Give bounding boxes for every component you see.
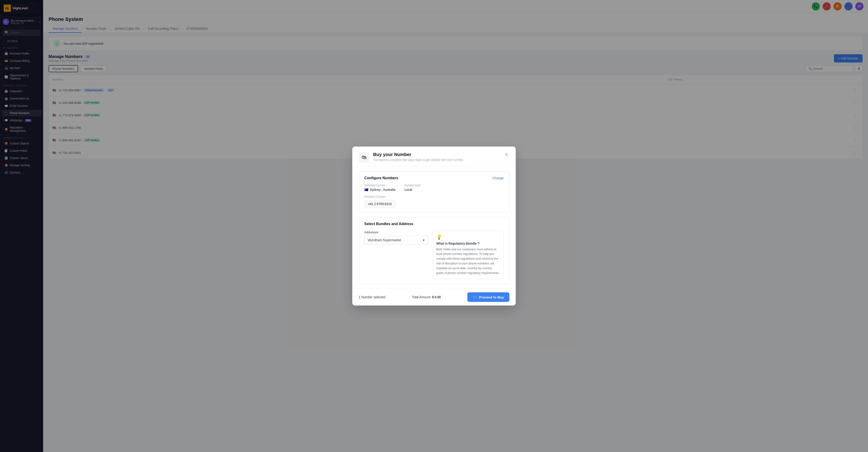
address-dropdown[interactable]: Wyndham Supermarket ▾ [364,236,428,244]
country-field: Selected Country 🇦🇺 Sydney , Australia [364,184,395,191]
address-section: Addresses Wyndham Supermarket ▾ [364,231,428,279]
buy-number-modal: 🛍 Buy your Number You need to complete f… [352,147,516,306]
number-type-field: Number Type Local [404,184,421,191]
modal-subtitle: You need to complete few easy steps to g… [373,158,500,161]
modal-footer: 1 Number selected Total Amount: $ 6.00 🛒… [352,289,516,305]
change-button[interactable]: Change [493,176,504,180]
modal-close-button[interactable]: ✕ [504,152,509,157]
bundle-address-card: Select Bundles and Address Addresses Wyn… [359,217,509,284]
regulatory-bundle-info: 💡 What is Regulatory Bundle ? Both Twili… [432,231,504,279]
modal-icon: 🛍 [359,152,370,163]
lightbulb-icon: 💡 [436,234,500,240]
config-card-title: Configure Numbers [364,176,398,180]
configure-numbers-card: Configure Numbers Change Selected Countr… [359,171,509,213]
modal-body: Configure Numbers Change Selected Countr… [352,167,516,289]
modal-title: Buy your Number [373,152,500,157]
proceed-to-buy-button[interactable]: 🛒 Proceed to Buy [467,292,509,302]
bundle-card-title: Select Bundles and Address [364,222,504,226]
cart-icon: 🛒 [473,295,477,299]
modal-overlay: 🛍 Buy your Number You need to complete f… [0,0,868,452]
modal-header: 🛍 Buy your Number You need to complete f… [352,147,516,167]
chevron-down-icon: ▾ [423,238,425,242]
number-chosen-section: Numbers Chosen +61 2 5759 8215 [364,195,504,208]
chosen-number-pill: +61 2 5759 8215 [364,200,395,208]
footer-number-count: 1 Number selected [359,295,385,299]
australia-flag-icon: 🇦🇺 [364,188,368,191]
footer-total: Total Amount: $ 6.00 [412,295,441,299]
